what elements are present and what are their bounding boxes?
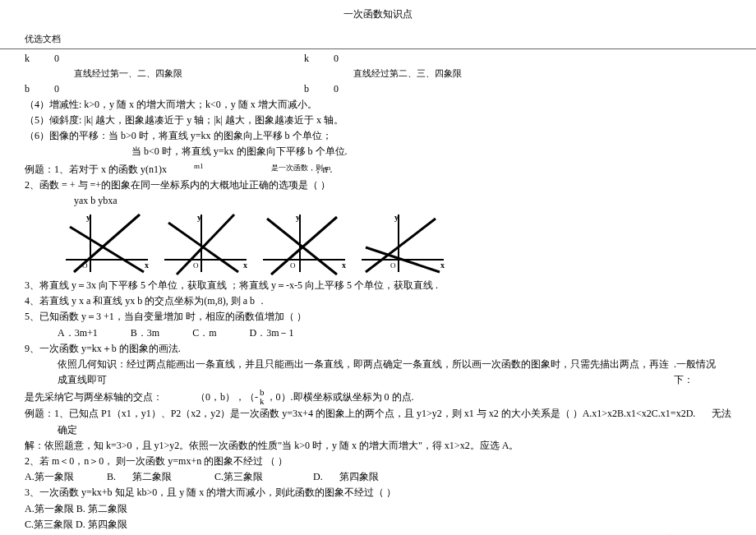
k-val-2: 0 (334, 51, 339, 67)
example-5-choices: A．3m+1 B．3m C．m D．3m－1 (25, 325, 731, 341)
example-a1-line2: 确定 (25, 422, 731, 438)
svg-line-13 (177, 214, 234, 274)
graph-option-d: y x O (353, 210, 452, 276)
a2-choice-d2: 第四象限 (339, 469, 379, 485)
svg-text:x: x (145, 261, 149, 270)
example-2-sub: yax b ybxa (25, 193, 731, 209)
k-val-1: 0 (54, 51, 59, 67)
p9-l2c: ，0）.即横坐标或纵坐标为 0 的点. (266, 390, 414, 405)
example-2: 2、函数 = + 与 =+的图象在同一坐标系内的大概地址正确的选项是（ ） (25, 178, 731, 193)
point-9-tail: .一般情况下： (674, 357, 731, 388)
example-a2-choices: A.第一象限 B. 第二象限 C.第三象限 D. 第四象限 (25, 469, 731, 485)
graph-option-c: y x O (255, 210, 353, 276)
a2-choice-b2: 第二象限 (132, 469, 198, 485)
example-4: 4、若直线 y x a 和直线 yx b 的交点坐标为(m,8), 则 a b … (25, 293, 731, 309)
svg-text:O: O (290, 261, 296, 270)
svg-text:y: y (296, 213, 300, 222)
choice-b: B．3m (131, 325, 159, 341)
a2-choice-d: D. (313, 469, 323, 485)
b-val-1: 0 (54, 81, 59, 97)
b-label-2: b (304, 81, 309, 97)
example-a1-solution: 解：依照题意，知 k=3>0，且 y1>y2。依照一次函数的性质"当 k>0 时… (25, 438, 731, 454)
example-1: 例题：1、若对于 x 的函数 y(n1)x m1 是一次函数，则 m ，n . (25, 160, 731, 178)
graph-options-row: y x O y x O y x (58, 210, 731, 276)
example-3: 3、将直线 y＝3x 向下平移 5 个单位，获取直线 ；将直线 y＝-x-5 向… (25, 278, 731, 293)
point-6a: （6）图像的平移：当 b>0 时，将直线 y=kx 的图象向上平移 b 个单位； (25, 128, 731, 144)
p9-frac-bot: k (260, 397, 265, 406)
point-5: （5）倾斜度: |k| 越大，图象越凑近于 y 轴；|k| 越大，图象越凑近于 … (25, 113, 731, 128)
svg-text:x: x (342, 261, 346, 270)
point-6b: 当 b<0 时，将直线 y=kx 的图象向下平移 b 个单位. (25, 144, 731, 159)
svg-text:y: y (394, 213, 399, 222)
p9-l2a: 是先采纳它与两坐标轴的交点： (25, 390, 163, 405)
example-a3-choices-b: C.第三象限 D. 第四象限 (25, 517, 731, 533)
example-1-tiny: 是一次函数，则 m (271, 162, 330, 173)
a2-choice-c: C.第三象限 (214, 469, 297, 485)
quadrant-note-1: 直线经过第一、二、四象限 (25, 67, 304, 81)
example-a3: 3、一次函数 y=kx+b 知足 kb>0，且 y 随 x 的增大而减小，则此函… (25, 485, 731, 500)
svg-text:x: x (243, 261, 247, 270)
point-9-body: 依照几何知识：经过两点能画出一条直线，并且只能画出一条直线，即两点确定一条直线，… (25, 357, 674, 388)
svg-text:y: y (197, 213, 201, 222)
graph-option-b: y x O (156, 210, 255, 276)
svg-line-26 (366, 219, 436, 272)
k-label-2: k (304, 51, 309, 67)
svg-text:y: y (86, 213, 90, 222)
choice-d: D．3m－1 (249, 325, 293, 341)
choice-c: C．m (192, 325, 216, 341)
example-a1-right: 无法 (712, 406, 731, 422)
b-label-1: b (25, 81, 30, 97)
choice-a: A．3m+1 (58, 325, 98, 341)
example-a2: 2、若 m＜0，n＞0， 则一次函数 y=mx+n 的图象不经过 （ ） (25, 454, 731, 469)
quadrant-note-2: 直线经过第二、三、四象限 (304, 67, 583, 81)
example-a1: 例题：1、已知点 P1（x1，y1）、P2（x2，y2）是一次函数 y=3x+4… (25, 406, 695, 422)
example-a3-choices-a: A.第一象限 B. 第二象限 (25, 501, 731, 517)
svg-text:O: O (193, 261, 199, 270)
example-5: 5、已知函数 y＝3 +1，当自变量增加 时，相应的函数值增加（ ） (25, 309, 731, 325)
point-4: （4）增减性: k>0，y 随 x 的增大而增大；k<0，y 随 x 增大而减小… (25, 97, 731, 113)
point-9-line2: 是先采纳它与两坐标轴的交点： （0，b），（- b k ，0）.即横坐标或纵坐标… (25, 388, 731, 406)
example-1-text: 例题：1、若对于 x 的函数 y(n1)x (25, 164, 167, 175)
p9-l2b: （0，b），（- (163, 390, 258, 405)
b-val-2: 0 (334, 81, 339, 97)
kb-conditions-row1: k 0 直线经过第一、二、四象限 b 0 k 0 直线经过第二、三、四象限 b … (25, 51, 731, 97)
page-title: 一次函数知识点 (0, 0, 756, 22)
content: k 0 直线经过第一、二、四象限 b 0 k 0 直线经过第二、三、四象限 b … (0, 51, 756, 535)
graph-option-a: y x O (58, 210, 156, 276)
k-label-1: k (25, 51, 30, 67)
svg-text:x: x (440, 261, 445, 270)
example-1-sup: m1 (169, 162, 204, 170)
divider (0, 48, 756, 49)
svg-text:O: O (390, 261, 396, 270)
a2-choice-a: A.第一象限 (25, 469, 90, 485)
a2-choice-b: B. (107, 469, 116, 485)
point-9: 9、一次函数 y=kx＋b 的图象的画法. (25, 341, 731, 357)
doc-label: 优选文档 (0, 22, 756, 47)
